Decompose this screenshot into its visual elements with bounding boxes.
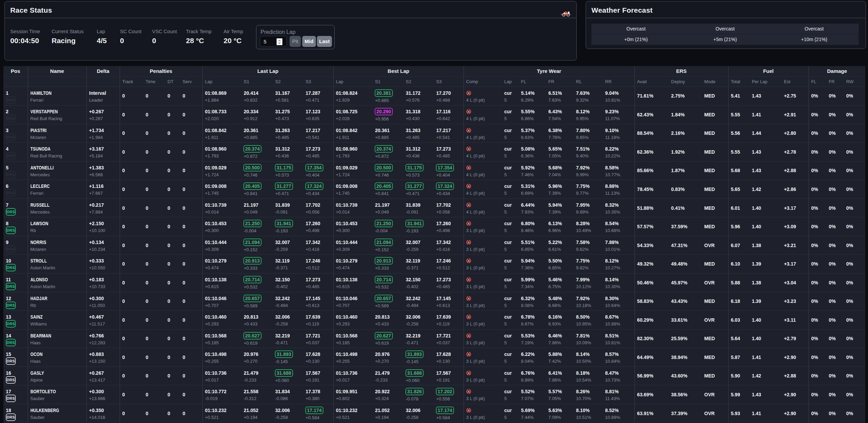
svg-text:S: S — [468, 409, 469, 412]
svg-text:S: S — [468, 203, 469, 206]
svg-text:S: S — [468, 353, 469, 356]
svg-text:S: S — [468, 129, 469, 132]
svg-text:S: S — [468, 390, 469, 393]
svg-text:S: S — [468, 222, 469, 225]
svg-text:S: S — [468, 371, 469, 374]
svg-text:S: S — [468, 110, 469, 113]
svg-text:S: S — [468, 334, 469, 337]
svg-text:S: S — [468, 241, 469, 244]
svg-text:S: S — [468, 297, 469, 300]
svg-text:S: S — [468, 91, 469, 94]
svg-text:S: S — [468, 259, 469, 262]
svg-text:S: S — [468, 185, 469, 188]
svg-text:S: S — [468, 166, 469, 169]
svg-text:S: S — [468, 316, 469, 319]
svg-text:S: S — [468, 148, 469, 151]
svg-text:S: S — [468, 278, 469, 281]
